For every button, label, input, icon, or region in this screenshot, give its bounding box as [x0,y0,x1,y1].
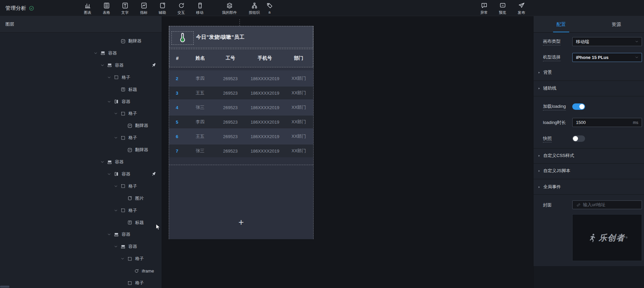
device-select[interactable]: iPhone 15 PLus [572,53,642,62]
add-component-button[interactable]: + [238,217,244,228]
tree-item[interactable]: 格子 [121,255,144,263]
cover-url-input[interactable]: 输入url地址 [572,200,642,209]
toolbar-item-label: 指标 [140,10,148,15]
pin-icon[interactable] [151,171,157,177]
cell-num: 6 [169,134,185,139]
loading-duration-input[interactable]: 1500 ms [572,118,642,127]
tree-item[interactable]: 格子 [114,182,137,190]
chevron-down-icon[interactable] [100,63,107,67]
grid-icon [121,208,126,213]
table-icon [103,2,110,9]
tree-item[interactable]: 图片 [121,194,144,202]
chevron-down-icon[interactable] [107,100,114,104]
chevron-down-icon[interactable] [114,184,121,188]
canvas-type-label: 画布类型 [543,38,560,45]
tree-item[interactable]: 格子 [114,206,137,215]
table-row[interactable]: 5李四269523186XXXX2019XX部门 [169,116,313,128]
grid-icon [121,111,126,116]
horizontal-scrollbar[interactable] [0,286,9,288]
table-header[interactable]: #姓名工号手机号部门 [169,49,313,67]
table-row[interactable]: 6王五269523186XXXX2019XX部门 [169,128,313,145]
canvas-type-select[interactable]: 移动端 [572,37,642,46]
section-guides[interactable]: 辅助线 [534,84,644,92]
flipper-icon [127,148,132,153]
tree-item[interactable]: iframe [127,267,154,275]
table-row[interactable]: 7张三269523186XXXX2019XX部门 [169,145,313,157]
grid-icon [127,281,132,286]
artboard[interactable]: 今日"发烧\咳嗽"员工 #姓名工号手机号部门 2李四269523186XXXX2… [169,26,314,239]
container-v-icon [114,99,119,104]
tree-item[interactable]: 容器 [107,230,130,238]
column-header: 工号 [215,55,245,61]
tree-item[interactable]: 翻牌器 [121,146,148,154]
tree-item[interactable]: 格子 [114,109,137,118]
tree-item[interactable]: 容器 [94,49,117,57]
chevron-down-icon[interactable] [107,75,114,79]
layers-panel-title: 图层 [5,22,14,27]
chevron-down-icon[interactable] [94,51,100,55]
thermometer-box[interactable] [171,31,194,45]
tree-item-label: 容器 [115,159,124,165]
table-row[interactable]: 4张三269523186XXXX2019XX部门 [169,99,313,116]
tree-item-label: 容器 [108,50,117,56]
pin-icon[interactable] [151,62,157,68]
link-icon [576,202,581,207]
cell-name: 王五 [185,90,215,96]
tree-item[interactable]: 格子 [107,73,130,82]
table-row[interactable]: 2李四269523186XXXX2019XX部门 [169,70,313,87]
tree-item[interactable]: 容器 [107,170,130,178]
section-global-events[interactable]: 全局事件 [534,183,644,191]
chevron-down-icon[interactable] [114,111,121,116]
title-icon [127,220,132,225]
toolbar-action-3[interactable]: 发布 [509,1,534,15]
canvas[interactable]: 今日"发烧\咳嗽"员工 #姓名工号手机号部门 2李四269523186XXXX2… [162,16,533,288]
layers-panel: 图层 翻牌器容器容器格子标题容器格子翻牌器格子翻牌器容器容器格子图片格子标题容器… [0,16,162,288]
toolbar-item-7[interactable]: 移动 [188,1,212,15]
chevron-down-icon[interactable] [114,136,121,140]
toolbar-item-10[interactable]: a [257,1,282,14]
chevron-down-icon[interactable] [114,209,121,213]
cell-num: 5 [169,120,185,125]
tab-resources[interactable]: 资源 [589,16,644,32]
project-title: 管理分析 [5,5,26,11]
tree-item[interactable]: 翻牌器 [121,122,148,130]
tree-item[interactable]: 容器 [100,158,124,166]
tree-item[interactable]: 标题 [121,219,144,227]
cell-dept: XX部门 [284,119,313,125]
tab-config[interactable]: 配置 [534,16,589,32]
tree-item[interactable]: 格子 [114,134,137,142]
device-label: 机型选择 [543,54,560,61]
section-background[interactable]: 背景 [534,68,644,76]
loading-toggle[interactable] [572,103,585,110]
tree-item[interactable]: 容器 [114,243,137,251]
tree-item[interactable]: 标题 [114,86,137,94]
tree-item-label: 标题 [135,220,144,226]
logo-figure-icon [587,232,598,244]
chevron-down-icon[interactable] [100,160,107,164]
cell-name: 李四 [185,119,215,125]
container-h-icon [114,232,119,237]
layers-icon [226,2,233,9]
cell-id: 269523 [215,134,246,139]
table-row[interactable]: 3王五269523186XXXX2019XX部门 [169,87,313,99]
title-container[interactable]: 今日"发烧\咳嗽"员工 [169,26,313,48]
tree-item[interactable]: 容器 [100,61,124,69]
toolbar-item-8[interactable]: 我的部件 [217,1,242,15]
cell-dept: XX部门 [284,75,313,82]
tree-item[interactable]: 容器 [107,98,130,106]
tree-item[interactable]: 翻牌器 [114,37,141,45]
chevron-down-icon[interactable] [121,257,127,261]
section-custom-css[interactable]: 自定义CSS样式 [534,152,644,160]
artboard-title[interactable]: 今日"发烧\咳嗽"员工 [196,26,245,48]
chevron-down-icon[interactable] [114,245,121,249]
chevron-down-icon[interactable] [107,232,114,236]
section-custom-js[interactable]: 自定义JS脚本 [534,167,644,175]
section-background-label: 背景 [543,69,552,75]
clipboard-icon [159,2,166,9]
tree-item[interactable]: 格子 [121,279,144,287]
caret-right-icon [538,185,541,189]
chevron-down-icon[interactable] [107,172,114,176]
caret-right-icon [538,87,541,90]
add-component-area[interactable]: + [169,165,313,239]
snapshot-toggle[interactable] [572,135,585,142]
